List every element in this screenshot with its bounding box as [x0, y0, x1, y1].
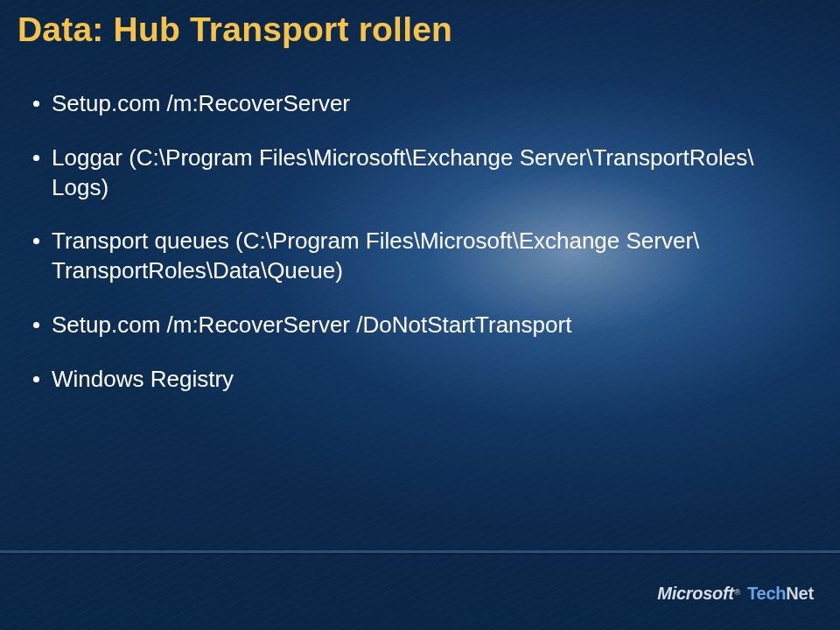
- list-item-text: Setup.com /m:RecoverServer: [52, 89, 805, 119]
- bullet-dot-icon: [33, 322, 39, 328]
- list-item: Loggar (C:\Program Files\Microsoft\Excha…: [33, 144, 805, 203]
- technet-tech: Tech: [747, 584, 786, 603]
- list-item-text: Setup.com /m:RecoverServer /DoNotStartTr…: [52, 311, 805, 340]
- list-item-text: Loggar (C:\Program Files\Microsoft\Excha…: [52, 144, 805, 203]
- bullet-list: Setup.com /m:RecoverServer Loggar (C:\Pr…: [33, 89, 805, 419]
- list-item: Transport queues (C:\Program Files\Micro…: [33, 227, 805, 286]
- technet-wordmark: TechNet: [747, 584, 814, 604]
- technet-net: Net: [786, 584, 814, 603]
- list-item: Setup.com /m:RecoverServer /DoNotStartTr…: [33, 311, 805, 340]
- microsoft-wordmark: Microsoft®: [657, 584, 740, 604]
- list-item-text: Windows Registry: [52, 365, 805, 395]
- bullet-dot-icon: [33, 238, 39, 244]
- brand-text: Microsoft: [657, 584, 733, 604]
- slide-title: Data: Hub Transport rollen: [18, 10, 452, 49]
- bullet-dot-icon: [33, 101, 39, 107]
- list-item: Windows Registry: [33, 365, 805, 395]
- bullet-dot-icon: [33, 376, 39, 382]
- footer-logo: Microsoft® TechNet: [657, 584, 814, 604]
- list-item: Setup.com /m:RecoverServer: [33, 89, 805, 119]
- slide: Data: Hub Transport rollen Setup.com /m:…: [0, 0, 840, 630]
- registered-mark: ®: [735, 588, 740, 597]
- list-item-text: Transport queues (C:\Program Files\Micro…: [52, 227, 805, 286]
- footer-separator: [0, 550, 840, 555]
- bullet-dot-icon: [33, 155, 39, 161]
